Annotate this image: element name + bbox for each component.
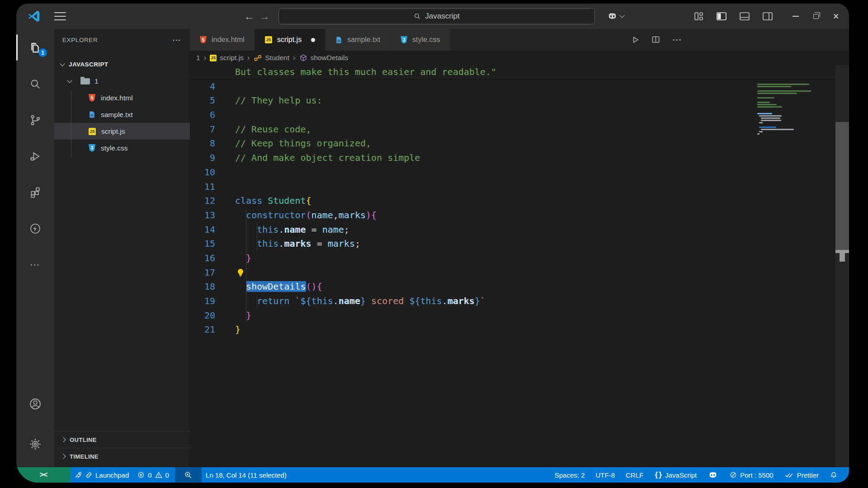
command-center-search[interactable]: Javascript [278,8,595,24]
copilot-menu[interactable] [607,11,624,21]
file-item-sample.txt[interactable]: sample.txt [54,106,190,123]
status-encoding[interactable]: UTF-8 [591,467,619,483]
line-number: 18 [190,280,215,294]
run-and-debug-icon [29,150,42,163]
status-problems[interactable]: 00 [133,467,173,483]
chevron-right-icon [61,454,66,459]
tab-style.css[interactable]: 3style.css [391,29,450,51]
status-cursor-position[interactable]: Ln 18, Col 14 (11 selected) [202,467,291,483]
tab-index.html[interactable]: 5index.html [190,29,255,51]
run-button[interactable] [631,35,640,44]
explorer-sidebar: EXPLORER ⋯ JAVASCRIPT 1 5index.htmlsampl… [54,29,190,467]
minimize-icon[interactable] [793,16,799,17]
activity-run-and-debug[interactable] [16,144,54,169]
line-content: // They help us: [215,95,322,106]
activity-thunder-client[interactable] [16,216,54,241]
navigate-forward-icon[interactable]: → [257,10,272,23]
source-control-icon [29,114,42,127]
code-line: 10 [190,165,835,180]
section-timeline[interactable]: TIMELINE [54,448,190,465]
activity-account[interactable] [16,391,54,417]
split-editor-button[interactable] [651,35,660,44]
code-line: 8// Keep things organized, [190,136,835,151]
line-content: showDetails(){ [215,281,322,292]
workspace-row[interactable]: JAVASCRIPT [54,56,190,73]
scrollbar-thumb[interactable] [835,122,849,250]
file-label: script.js [101,127,125,136]
status-live-server[interactable]: Port : 5500 [725,467,777,483]
breadcrumb-label: showDetails [311,54,349,62]
search-value: Javascript [425,12,460,21]
tab-script.js[interactable]: JSscript.js [255,29,325,51]
breadcrumb-label: Student [265,54,289,62]
section-outline[interactable]: OUTLINE [54,431,190,448]
activity-extensions[interactable] [16,180,54,205]
code-area[interactable]: But classes make this much easier and re… [190,65,835,467]
breadcrumb-item-1[interactable]: 1 [196,54,200,62]
breadcrumb-item-script.js[interactable]: JSscript.js [210,54,244,62]
activity-source-control[interactable] [16,108,54,133]
more-actions-icon[interactable]: ⋯ [172,35,182,45]
workbench: 1⋯ EXPLORER ⋯ JAVASCRIPT 1 [16,29,849,467]
status-eol[interactable]: CRLF [622,467,647,483]
file-item-script.js[interactable]: JSscript.js [54,123,190,140]
line-content: this.name = name; [215,224,349,235]
status-prettier[interactable]: Prettier [780,467,823,483]
status-zoom[interactable] [175,467,202,483]
problem-count: 0 [148,471,151,479]
breadcrumb-label: 1 [196,54,200,62]
breadcrumb-item-Student[interactable]: Student [254,54,289,62]
tab-sample.txt[interactable]: sample.txt [326,29,390,51]
minimap-line [757,97,774,99]
close-icon[interactable]: × [833,11,839,22]
minimap-line [757,102,770,103]
file-item-index.html[interactable]: 5index.html [54,89,190,106]
indent-guide [257,223,257,251]
tab-label: sample.txt [347,36,380,44]
status-remote-indicator[interactable]: >< [16,467,71,483]
status-notifications[interactable] [826,467,842,483]
toggle-panel-icon[interactable] [739,11,750,21]
tree-indent-guide [71,90,71,157]
activity-search[interactable] [16,71,54,97]
status-launchpad[interactable]: Launchpad [71,467,133,483]
symbol-method-icon [299,54,307,62]
status-language[interactable]: {}JavaScript [650,467,701,483]
line-number: 5 [190,94,215,108]
title-bar-center: ← → Javascript [241,4,624,29]
warning-icon [155,471,163,479]
more-actions-button[interactable]: ⋯ [672,34,683,45]
line-number: 9 [190,151,215,165]
minimap-line [761,120,781,121]
extensions-icon [29,186,42,199]
breadcrumb-separator: › [247,53,250,62]
restore-icon[interactable] [813,14,819,19]
navigate-back-icon[interactable]: ← [241,10,257,23]
lightbulb-icon[interactable] [236,267,245,277]
toggle-primary-sidebar-icon[interactable] [716,11,727,21]
minimap[interactable] [757,84,814,136]
menu-hamburger-icon[interactable] [54,12,66,20]
minimap-line [757,104,777,105]
status-indentation[interactable]: Spaces: 2 [551,467,589,483]
status-copilot[interactable] [703,467,722,483]
activity-settings[interactable] [16,432,54,457]
vertical-scrollbar[interactable] [835,65,849,467]
line-content: return `${this.name} scored ${this.marks… [215,296,486,306]
symbol-class-icon [254,54,262,62]
activity-explorer[interactable]: 1 [16,35,54,61]
activity-more-views[interactable]: ⋯ [16,252,54,277]
minimap-line [757,93,797,94]
breadcrumb-item-showDetails[interactable]: showDetails [299,54,349,62]
circle-slash-icon [729,471,737,479]
customize-layout-icon[interactable] [694,11,704,21]
zoom-in-icon [184,471,193,479]
toggle-secondary-sidebar-icon[interactable] [762,11,773,21]
modified-dot-icon[interactable] [311,38,315,42]
indent-guide [246,208,246,323]
chevron-right-icon [61,437,66,442]
file-item-style.css[interactable]: 3style.css [54,140,190,156]
folder-row[interactable]: 1 [54,73,190,89]
code-line: 6 [190,108,835,122]
css-file-icon: 3 [401,36,407,44]
